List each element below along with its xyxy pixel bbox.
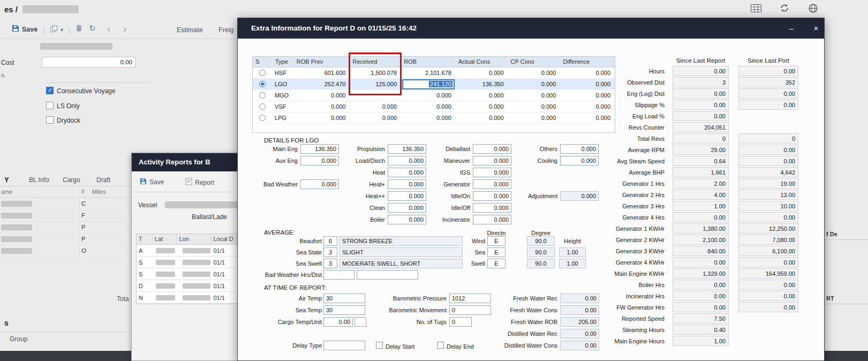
ls-only-checkbox[interactable] <box>46 102 54 109</box>
rob-cell[interactable]: 0.000 <box>401 103 456 110</box>
cp-cons-cell[interactable]: 0.000 <box>508 70 561 76</box>
table-grid-icon[interactable] <box>751 4 761 14</box>
redacted-port <box>1 213 32 219</box>
tab-cargo[interactable]: Cargo <box>63 176 80 184</box>
slr-value: 840.00 <box>673 246 729 256</box>
height-header: Height <box>559 236 586 246</box>
minimize-button[interactable]: – <box>785 22 798 34</box>
received-cell[interactable]: 125.000 <box>350 81 401 87</box>
fuel-select-radio[interactable] <box>259 103 266 110</box>
rob-cell[interactable]: 0.000 <box>401 115 456 121</box>
cp-cons-cell[interactable]: 0.000 <box>508 115 561 121</box>
rob-prev-cell[interactable]: 0.000 <box>294 103 350 110</box>
cost-input[interactable]: 0.00 <box>42 57 135 67</box>
actual-cons-cell[interactable]: 136.350 <box>456 81 508 87</box>
rob-prev-cell[interactable]: 0.000 <box>294 115 350 121</box>
rob-cell-editing[interactable]: 241.120 <box>401 79 456 89</box>
itinerary-row[interactable]: F <box>0 210 130 222</box>
next-button[interactable]: › <box>123 25 126 33</box>
heat-plus-plus-label: Heat++ <box>331 191 385 201</box>
sync-icon[interactable] <box>780 4 789 14</box>
fuel-select-radio[interactable] <box>259 115 266 121</box>
previous-button[interactable]: ‹ <box>107 25 110 33</box>
rob-cell[interactable]: 0.000 <box>401 92 456 99</box>
rob-prev-cell[interactable]: 0.000 <box>294 92 350 99</box>
cargo-temp-input[interactable]: 0.00 <box>323 317 353 327</box>
actual-cons-cell[interactable]: 0.000 <box>456 115 508 121</box>
received-cell[interactable]: 0.000 <box>350 115 401 121</box>
fuel-row-vsf[interactable]: VSF 0.000 0.000 0.000 0.000 0.000 0.000 <box>253 101 615 112</box>
igs-input[interactable]: 0.000 <box>473 168 511 177</box>
tugs-label: No. of Tugs <box>366 317 447 327</box>
fuel-row-mgo[interactable]: MGO 0.000 0.000 0.000 0.000 0.000 <box>253 90 615 101</box>
freight-button[interactable]: Freig <box>218 26 233 34</box>
actual-cons-cell[interactable]: 0.000 <box>456 103 508 110</box>
refresh-icon[interactable]: ↻ <box>89 24 96 33</box>
beaufort-input[interactable]: 6 <box>323 236 337 246</box>
delay-type-input[interactable] <box>323 341 365 350</box>
tugs-input[interactable]: 0 <box>449 317 472 327</box>
rob-input-focused[interactable]: 241.120 <box>402 79 455 89</box>
tab-draft[interactable]: Draft <box>96 176 110 184</box>
tab-bl-info[interactable]: BL Info <box>29 176 49 184</box>
rob-cell[interactable]: 2,101.678 <box>401 70 456 76</box>
swell-degree-value: 90.0 <box>527 259 555 268</box>
itinerary-row[interactable]: C <box>0 198 130 210</box>
fuel-select-radio[interactable] <box>259 70 266 76</box>
slp-value: 0.00 <box>738 212 798 222</box>
cp-cons-cell[interactable]: 0.000 <box>508 81 561 87</box>
incinerator-input[interactable]: 0.000 <box>473 215 511 224</box>
actual-cons-cell[interactable]: 0.000 <box>456 92 508 99</box>
delay-start-checkbox[interactable] <box>376 342 383 349</box>
fuel-type: LPG <box>273 115 294 121</box>
delay-end-checkbox[interactable] <box>437 342 444 349</box>
generator-input[interactable]: 0.000 <box>473 179 511 189</box>
tab-itinerary[interactable]: Y <box>4 176 9 184</box>
since-row-observed-dist: Observed Dist3352 <box>586 77 800 88</box>
fuel-row-lpg[interactable]: LPG 0.000 0.000 0.000 0.000 0.000 0.000 <box>253 112 615 124</box>
consecutive-voyage-checkbox[interactable] <box>46 87 54 94</box>
cargo-temp-unit-input[interactable] <box>354 317 366 327</box>
fuel-select-radio[interactable] <box>259 81 266 87</box>
drydock-checkbox[interactable] <box>46 116 54 124</box>
save-button[interactable]: Save <box>12 25 37 34</box>
itinerary-row[interactable]: O <box>0 245 130 257</box>
actual-cons-cell[interactable]: 0.000 <box>456 70 508 76</box>
fuel-row-hsf[interactable]: HSF 601.600 1,500.078 2,101.678 0.000 0.… <box>253 67 615 79</box>
copy-button[interactable]: ▾ <box>50 25 63 34</box>
extra-info-titlebar[interactable]: Extra Information for Report D on 01/15/… <box>238 18 824 39</box>
grid-col-miles: Miles <box>92 189 106 195</box>
fuel-select-radio[interactable] <box>259 92 266 99</box>
delete-button[interactable] <box>76 25 82 34</box>
toolbar-divider <box>0 39 237 39</box>
row-type: A <box>137 247 153 254</box>
sea-temp-input[interactable]: 30 <box>323 305 365 315</box>
activity-report-button[interactable]: Report <box>185 178 214 187</box>
received-cell[interactable]: 0.000 <box>350 103 401 110</box>
bad-weather-dist-input[interactable] <box>357 270 418 280</box>
wind-direction-input[interactable]: E <box>487 236 505 246</box>
rob-prev-cell[interactable]: 601.600 <box>294 70 350 76</box>
fuel-row-lgo[interactable]: LGO 252.470 125.000 241.120 136.350 0.00… <box>253 79 615 90</box>
boiler-label: Boiler <box>331 215 385 224</box>
air-temp-input[interactable]: 30 <box>323 294 365 303</box>
idle-off-input[interactable]: 0.000 <box>473 203 511 213</box>
swell-direction-input[interactable]: E <box>487 259 505 268</box>
rob-prev-cell[interactable]: 252.470 <box>294 81 350 87</box>
bad-weather-hrs-input[interactable] <box>323 270 354 280</box>
cp-cons-cell[interactable]: 0.000 <box>508 103 561 110</box>
sea-swell-input[interactable]: 3 <box>323 259 337 268</box>
itinerary-row[interactable]: P <box>0 222 130 234</box>
close-button[interactable]: × <box>810 22 822 34</box>
globe-icon[interactable] <box>809 4 818 15</box>
itinerary-row[interactable]: P <box>0 234 130 245</box>
wind-label: Wind <box>463 236 485 246</box>
received-cell[interactable]: 1,500.078 <box>350 70 401 76</box>
sea-direction-input[interactable]: E <box>487 247 505 257</box>
activity-save-button[interactable]: Save <box>140 178 164 186</box>
estimate-button[interactable]: Estimate <box>177 26 203 34</box>
cp-cons-cell[interactable]: 0.000 <box>508 92 561 99</box>
sea-state-input[interactable]: 3 <box>323 247 337 257</box>
bad-weather-hrs-label: Bad Weather Hrs/Dist <box>238 270 322 280</box>
bad-weather-label: Bad Weather <box>244 179 298 189</box>
